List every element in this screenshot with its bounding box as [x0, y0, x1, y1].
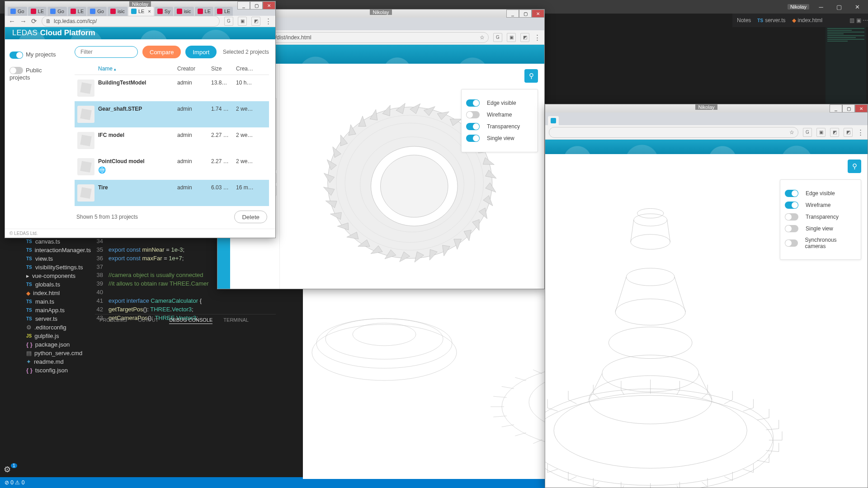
- ext-translate-icon[interactable]: G: [224, 17, 233, 26]
- url-field[interactable]: ☆: [549, 127, 798, 138]
- file-globals.ts[interactable]: TSglobals.ts: [18, 280, 93, 289]
- vis-toggle-wireframe[interactable]: Wireframe: [785, 202, 856, 209]
- project-row[interactable]: PointCloud model🌐admin2.27 …2 we…: [75, 154, 269, 180]
- back-icon[interactable]: ←: [9, 17, 15, 25]
- vis-toggle-edge-visible[interactable]: Edge visible: [466, 99, 533, 107]
- tab-index-html[interactable]: ◆index.html: [792, 17, 823, 23]
- reload-icon[interactable]: ⟳: [31, 17, 37, 25]
- col-name[interactable]: Name: [98, 66, 177, 72]
- browser-tab[interactable]: Go: [47, 7, 67, 16]
- file-visibilitySettings.ts[interactable]: TSvisibilitySettings.ts: [18, 263, 93, 272]
- project-row[interactable]: BuildingTestModeladmin13.8…10 h…: [75, 75, 269, 101]
- status-errors[interactable]: ⊘ 0 ⚠ 0: [5, 479, 24, 486]
- col-size[interactable]: Size: [211, 66, 236, 72]
- ext-icon[interactable]: G: [803, 128, 812, 137]
- file-view.ts[interactable]: TSview.ts: [18, 254, 93, 263]
- tab-server-ts[interactable]: TSserver.ts: [757, 17, 785, 23]
- file-python_serve.cmd[interactable]: ▤python_serve.cmd: [18, 349, 93, 357]
- close-button[interactable]: ✕: [855, 104, 868, 113]
- browser-tab[interactable]: LE: [28, 7, 47, 16]
- search-button[interactable]: ⚲: [524, 69, 538, 83]
- panel-tab-terminal[interactable]: TERMINAL: [223, 317, 249, 324]
- ext-icon[interactable]: ◩: [830, 128, 839, 137]
- window3-titlebar[interactable]: Nikolay _ ▢ ✕: [545, 104, 868, 113]
- viewer-canvas[interactable]: ⚲ Edge visibleWireframeTransparencySingl…: [280, 64, 544, 289]
- panel-tab-output[interactable]: OUTPUT: [138, 317, 158, 324]
- ext-icon[interactable]: ◩: [520, 33, 529, 42]
- ext-translate-icon[interactable]: G: [493, 33, 502, 42]
- star-icon[interactable]: ☆: [480, 34, 485, 41]
- col-creator[interactable]: Creator: [177, 66, 211, 72]
- ext-icon[interactable]: ◩: [844, 128, 853, 137]
- minimap[interactable]: [826, 27, 866, 108]
- file-package.json[interactable]: { }package.json: [18, 340, 93, 349]
- toggle-public-projects[interactable]: [9, 67, 23, 74]
- project-row[interactable]: Gear_shaft.STEPadmin1.74 …2 we…: [75, 101, 269, 127]
- ext-icon[interactable]: ▣: [816, 128, 826, 137]
- project-row[interactable]: Tireadmin6.03 …16 m…: [75, 180, 269, 206]
- import-button[interactable]: Import: [185, 46, 217, 58]
- file-vue-components[interactable]: ▸vue-components: [18, 272, 93, 280]
- toggle-icon[interactable]: [466, 111, 480, 118]
- menu-icon[interactable]: ⋮: [265, 17, 272, 25]
- vis-toggle-transparency[interactable]: Transparency: [466, 123, 533, 130]
- panel-tab-problems[interactable]: PROBLEMS: [99, 317, 127, 324]
- toggle-icon[interactable]: [466, 123, 480, 130]
- tab-notes[interactable]: Notes: [737, 17, 751, 23]
- toggle-my-projects[interactable]: [9, 52, 23, 59]
- file-canvas.ts[interactable]: TScanvas.ts: [18, 237, 93, 246]
- minimize-button[interactable]: _: [237, 1, 250, 9]
- vis-toggle-synchronous-cameras[interactable]: Synchronous cameras: [785, 237, 856, 249]
- maximize-button[interactable]: ▢: [830, 1, 848, 13]
- browser-tab[interactable]: Sy: [155, 7, 173, 16]
- vis-toggle-single-view[interactable]: Single view: [466, 135, 533, 142]
- file-interactionManager.ts[interactable]: TSinteractionManager.ts: [18, 246, 93, 254]
- menu-icon[interactable]: ⋮: [534, 33, 541, 42]
- tab-lcp[interactable]: [548, 116, 559, 125]
- project-row[interactable]: IFC modeladmin2.27 …2 we…: [75, 127, 269, 154]
- my-projects-toggle-row[interactable]: My projects: [9, 51, 64, 59]
- star-icon[interactable]: ☆: [789, 129, 794, 136]
- browser-tab[interactable]: Go: [87, 7, 107, 16]
- filter-input[interactable]: [75, 46, 138, 58]
- file-tsconfig.json[interactable]: { }tsconfig.json: [18, 366, 93, 375]
- file-readme.md[interactable]: ✦readme.md: [18, 357, 93, 366]
- toggle-icon[interactable]: [785, 239, 798, 247]
- browser-tab[interactable]: isic: [174, 7, 194, 16]
- close-button[interactable]: ✕: [263, 1, 275, 9]
- close-button[interactable]: ✕: [532, 9, 544, 18]
- minimize-button[interactable]: _: [506, 9, 519, 18]
- maximize-button[interactable]: ▢: [842, 104, 855, 113]
- minimize-button[interactable]: ─: [812, 1, 830, 13]
- url-field[interactable]: 🗎 lcp.ledas.com/lcp/: [42, 16, 220, 27]
- toggle-icon[interactable]: [785, 190, 798, 197]
- ext-icon[interactable]: ◩: [251, 17, 260, 26]
- toggle-icon[interactable]: [466, 99, 480, 107]
- ext-icon[interactable]: ▣: [238, 17, 247, 26]
- browser-tab[interactable]: isic: [108, 7, 127, 16]
- browser-tab[interactable]: LE: [195, 7, 213, 16]
- compare-button[interactable]: Compare: [142, 46, 181, 58]
- public-projects-toggle-row[interactable]: Public projects: [9, 67, 64, 81]
- close-button[interactable]: ✕: [848, 1, 866, 13]
- maximize-button[interactable]: ▢: [519, 9, 532, 18]
- file-.editorconfig[interactable]: ⚙.editorconfig: [18, 323, 93, 332]
- browser-tab[interactable]: LE×: [128, 7, 154, 16]
- browser-tab[interactable]: LE: [68, 7, 86, 16]
- menu-icon[interactable]: ⋮: [857, 128, 864, 136]
- search-button[interactable]: ⚲: [848, 160, 861, 173]
- delete-button[interactable]: Delete: [234, 211, 267, 223]
- panel-tab-debug console[interactable]: DEBUG CONSOLE: [169, 317, 212, 324]
- file-mainApp.ts[interactable]: TSmainApp.ts: [18, 306, 93, 314]
- file-gulpfile.js[interactable]: JSgulpfile.js: [18, 332, 93, 340]
- file-index.html[interactable]: ◆index.html: [18, 289, 93, 297]
- ext-icon[interactable]: ▣: [507, 33, 516, 42]
- toggle-icon[interactable]: [466, 135, 480, 142]
- browser-tab[interactable]: Go: [8, 7, 27, 16]
- file-main.ts[interactable]: TSmain.ts: [18, 297, 93, 306]
- browser-tab[interactable]: LE: [214, 7, 233, 16]
- vis-toggle-single-view[interactable]: Single view: [785, 225, 856, 232]
- vis-toggle-transparency[interactable]: Transparency: [785, 213, 856, 221]
- vis-toggle-wireframe[interactable]: Wireframe: [466, 111, 533, 118]
- window1-titlebar[interactable]: Nikolay _ ▢ ✕: [5, 1, 275, 7]
